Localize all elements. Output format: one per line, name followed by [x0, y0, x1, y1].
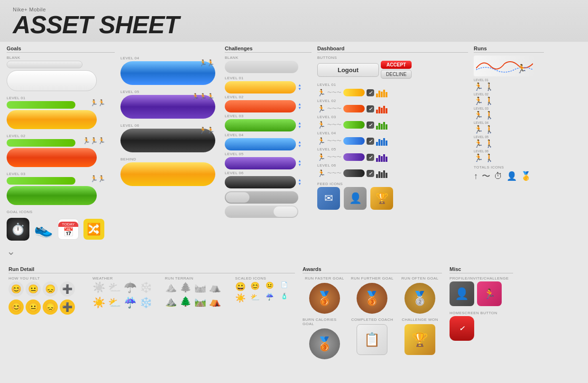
weather-sunny-color: ☀️	[92, 297, 105, 309]
db-l05-nikebox: ✓	[367, 154, 374, 161]
how-felt-label: HOW YOU FELT	[9, 276, 87, 280]
goals-level03-group: 🏃🏃	[7, 177, 115, 205]
ch-level06-label: LEVEL 06	[225, 171, 312, 175]
road-sign-icon: 🔀	[83, 219, 104, 240]
db-l02-wave: 〜〜〜	[327, 105, 341, 112]
db-buttons-row: Logout ACCEPT DECLINE	[317, 61, 468, 79]
goals-section-left: Goals BLANK LEVEL 01 🏃🏃 LEVEL 02 🏃🏃🏃 LEV…	[4, 44, 118, 262]
db-l03-wave: 〜〜〜	[327, 121, 341, 128]
ch-level02-arrows: ▲ ▼	[298, 103, 302, 110]
svg-rect-25	[376, 174, 378, 178]
bottom-row: Run Detail HOW YOU FELT 😊 😐 😞 ➕ 😊 😐 😞 ➕	[0, 263, 588, 362]
svg-rect-17	[381, 140, 383, 146]
ch-toggle2	[225, 206, 298, 218]
chevron-down-icon: ⌄	[7, 245, 15, 258]
goals-level06-runner: 🏃🏃	[199, 127, 214, 134]
weather-rain-color: ☔	[124, 297, 137, 309]
svg-rect-28	[383, 170, 385, 178]
runs-level06: LEVEL 06 🏃🚶	[474, 149, 544, 162]
goals-icons-label: GOAL ICONS	[7, 210, 115, 214]
misc-profile-icon: 👤	[450, 281, 474, 306]
completed-coach-label: COMPLETED COACH	[351, 318, 393, 322]
ch-level04-label: LEVEL 04	[225, 133, 312, 137]
runs-l06-figures: 🏃🚶	[474, 153, 544, 162]
db-l04-bar	[343, 137, 365, 145]
svg-rect-14	[386, 124, 387, 130]
runs-title: Runs	[474, 46, 544, 53]
svg-rect-0	[376, 93, 378, 97]
runs-l04-figures: 🏃🚶	[474, 125, 544, 134]
ch-level01-bar	[225, 81, 296, 93]
goals-level03-bar	[7, 186, 97, 205]
scaled-icons-label: SCALED ICONS	[235, 276, 295, 280]
goals-level03-runner: 🏃🏃	[90, 175, 105, 182]
decline-button[interactable]: DECLINE	[381, 70, 412, 79]
ch-level05-label: LEVEL 05	[225, 152, 312, 156]
weather-sunny-gray: ☀️	[92, 281, 105, 294]
db-l06-chart	[376, 168, 389, 178]
db-l01-nikebox: ✓	[367, 89, 374, 96]
scaled-ok: 😊	[250, 281, 265, 292]
svg-rect-27	[381, 172, 383, 178]
how-you-felt: HOW YOU FELT 😊 😐 😞 ➕ 😊 😐 😞 ➕	[9, 276, 87, 318]
felt-happy-color: 😊	[9, 299, 24, 315]
terrain-tree-gray: 🌲	[180, 281, 192, 293]
db-level04-row: 🏃 〜〜〜 ✓	[317, 136, 468, 146]
db-l04-chart	[376, 136, 389, 146]
svg-rect-20	[376, 158, 378, 162]
db-l03-bar	[343, 121, 365, 129]
goals-level02-bar	[7, 148, 97, 167]
goals-level02-small-bar	[7, 139, 75, 147]
goals-level04-group: 🏃🏃	[120, 61, 219, 85]
awards-section: Awards RUN FASTER GOAL 🥉 RUN FURTHER GOA…	[299, 266, 446, 359]
goals-icons-row: ⏱️ 👟 TODAY 📅 🔀 ⌄	[7, 218, 115, 258]
feed-icon-1: ✉	[317, 187, 340, 210]
accept-button[interactable]: ACCEPT	[381, 61, 412, 69]
run-faster-medal: 🥉	[309, 283, 340, 314]
db-l02-bar	[343, 105, 365, 112]
felt-sad-gray: 😞	[43, 281, 58, 297]
runs-header-image: 🏃	[474, 56, 535, 76]
db-level03-row: 🏃 〜〜〜 ✓	[317, 120, 468, 130]
misc-section: Misc PROFILE/INVITE/CHALLENGE 👤 🏃 HOMESC…	[446, 266, 517, 359]
totals-up-icon: ↑	[474, 171, 478, 181]
svg-rect-15	[376, 142, 378, 146]
goals-section-right: LEVEL 04 🏃🏃 LEVEL 05 🏃🏃🏃 LEVEL 06 🏃🏃 BEH…	[118, 54, 222, 262]
award-completed-coach: COMPLETED COACH 📋	[350, 318, 395, 359]
homescreen-button[interactable]: ✓	[450, 316, 474, 341]
goals-behind-label: BEHIND	[120, 157, 219, 161]
terrain-label: RUN TERRAIN	[165, 276, 230, 280]
terrain-tree-color: 🌲	[180, 296, 192, 307]
totals-clock-icon: ⏱	[494, 171, 503, 181]
ch-level02-bar	[225, 100, 296, 112]
ch-blank-bar	[225, 61, 298, 73]
scaled-happy: 😀	[235, 281, 249, 292]
goals-blank-bar-large	[7, 70, 97, 91]
runs-l05-figures: 🏃🚶	[474, 139, 544, 148]
awards-grid: RUN FASTER GOAL 🥉 RUN FURTHER GOAL 🥉 RUN…	[303, 276, 442, 359]
db-level05-row: 🏃 〜〜〜 ✓	[317, 152, 468, 162]
db-level06-row: 🏃 〜〜〜 ✓	[317, 168, 468, 178]
db-l05-chart	[376, 152, 389, 162]
runs-l02-figures: 🏃🚶	[474, 96, 544, 105]
goals-blank-label: BLANK	[7, 56, 115, 60]
db-l04-runner1: 🏃	[317, 137, 325, 145]
svg-rect-13	[383, 122, 385, 130]
challenges-title: Challenges	[225, 46, 312, 53]
runs-level01: LEVEL 01 🏃🚶	[474, 78, 544, 91]
felt-plus-gray: ➕	[60, 281, 75, 297]
db-level04-label: LEVEL 04	[317, 131, 468, 135]
awards-title: Awards	[303, 266, 442, 273]
db-l05-runner1: 🏃	[317, 153, 325, 161]
dashboard-section: Dashboard BUTTONS Logout ACCEPT DECLINE …	[314, 44, 471, 262]
db-l02-runner1: 🏃	[317, 105, 325, 112]
logout-button[interactable]: Logout	[317, 63, 379, 77]
weather-snow-color: ❄️	[139, 297, 152, 309]
ch-toggle1	[225, 191, 298, 204]
svg-rect-6	[378, 107, 380, 113]
goals-level02-group: 🏃🏃🏃	[7, 139, 115, 167]
svg-rect-1	[378, 91, 380, 97]
scaled-icons-grid: 😀 😊 😐 📄 ☀️ ⛅ ☔ 🧴	[235, 281, 295, 303]
runs-level04: LEVEL 04 🏃🚶	[474, 121, 544, 134]
goals-level04-runner: 🏃🏃	[199, 59, 214, 66]
